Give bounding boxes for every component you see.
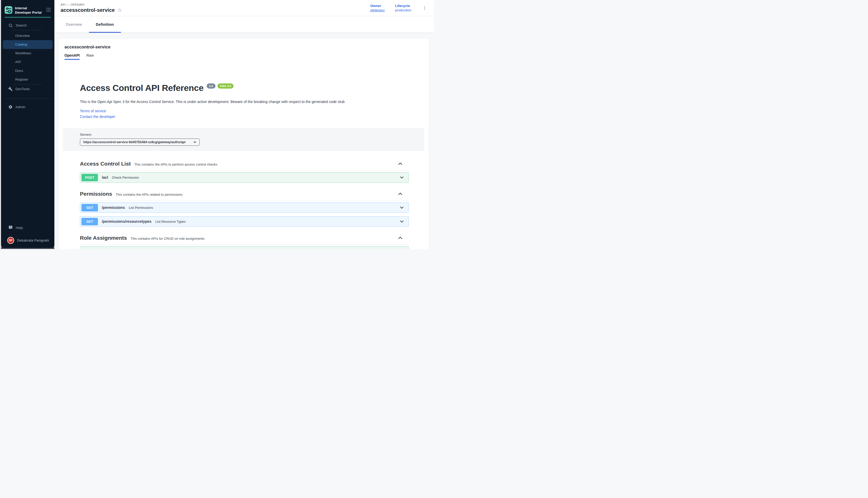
tab-label: Definition — [96, 22, 114, 27]
sidebar-item-api[interactable]: API — [1, 58, 54, 66]
contact-developer-link[interactable]: Contact the developer — [80, 114, 409, 119]
sidebar-footer: ? Help DP Debabrata Panigrahi — [1, 223, 54, 248]
section-title: Permissions — [80, 190, 112, 197]
sidebar-item-catalog[interactable]: Catalog — [3, 40, 53, 49]
section-title: Access Control List — [80, 160, 131, 167]
owner-stat: Owner plplayacc — [370, 4, 385, 12]
gear-icon — [8, 105, 13, 109]
operation-path: /acl — [102, 175, 108, 180]
sidebar: Internal Developer Portal Search Overvie… — [1, 0, 54, 248]
api-description: This is the Open Api Spec 3 for the Acce… — [80, 100, 409, 104]
chevron-up-icon[interactable] — [397, 235, 403, 241]
header-tabs: Overview Definition — [54, 16, 434, 33]
chevron-down-icon — [193, 141, 196, 144]
divider — [12, 30, 42, 30]
operations-list: GET /permissions List Permissions GET /p… — [80, 202, 409, 227]
server-url: https://accesscontrol-service-6d45755484… — [83, 140, 186, 144]
sidebar-item-admin[interactable]: Admin — [1, 103, 54, 112]
oas-badge: OAS 3.0 — [218, 83, 233, 89]
section-header[interactable]: Role Assignments This contains APIs for … — [80, 234, 409, 241]
search-icon — [8, 23, 13, 28]
wrench-icon — [8, 87, 13, 91]
operation-summary: Check Permission — [112, 175, 139, 180]
lifecycle-label: Lifecycle — [395, 4, 411, 8]
user-name: Debabrata Panigrahi — [17, 238, 49, 242]
sidebar-item-label: Register — [15, 78, 28, 81]
sidebar-item-label: Help — [16, 226, 23, 230]
operation-row-partial[interactable] — [80, 246, 409, 249]
favorite-star-icon[interactable] — [117, 8, 122, 13]
section-header[interactable]: Access Control List This contains the AP… — [80, 160, 409, 167]
sidebar-item-help[interactable]: ? Help — [1, 223, 54, 232]
swagger-ui: Access Control API Reference 1.0 OAS 3.0… — [64, 82, 423, 249]
lifecycle-stat: Lifecycle production — [395, 4, 411, 12]
help-chat-icon: ? — [8, 225, 13, 230]
content-area: accesscontrol-service OpenAPI Raw Access… — [54, 33, 434, 249]
sidebar-item-label: DevTools — [15, 87, 30, 91]
sidebar-item-label: Catalog — [15, 42, 27, 47]
api-sections: Access Control List This contains the AP… — [80, 160, 409, 249]
sidebar-item-overview[interactable]: Overview — [1, 31, 54, 40]
chevron-up-icon[interactable] — [397, 191, 403, 197]
user-menu[interactable]: DP Debabrata Panigrahi — [1, 235, 54, 245]
operations-list — [80, 246, 409, 249]
operation-summary: List Permissions — [129, 206, 153, 210]
section-divider — [80, 244, 409, 245]
sidebar-item-label: API — [15, 60, 21, 64]
section-title: Role Assignments — [80, 234, 127, 241]
operations-list: POST /acl Check Permission — [80, 172, 409, 183]
sidebar-item-devtools[interactable]: DevTools — [1, 85, 54, 93]
api-section-permissions: Permissions This contains the APIs relat… — [80, 190, 409, 227]
card-tabs: OpenAPI Raw — [64, 53, 423, 60]
method-badge: POST — [81, 174, 98, 181]
chevron-down-icon[interactable] — [399, 175, 404, 180]
section-description: This contains the APIs related to permis… — [116, 193, 182, 196]
svg-text:?: ? — [10, 226, 11, 228]
method-badge: GET — [81, 218, 98, 225]
sidebar-item-label: Workflows — [15, 51, 31, 55]
kebab-menu-icon[interactable] — [422, 5, 427, 11]
server-select[interactable]: https://accesscontrol-service-6d45755484… — [80, 139, 200, 146]
sidebar-item-register[interactable]: Register — [1, 75, 54, 84]
sidebar-item-docs[interactable]: Docs — [1, 66, 54, 75]
operation-row--permissions[interactable]: GET /permissions List Permissions — [80, 202, 409, 213]
sidebar-item-workflows[interactable]: Workflows — [1, 49, 54, 58]
sidebar-item-label: Docs — [15, 69, 23, 73]
lifecycle-value: production — [395, 8, 411, 12]
owner-link[interactable]: plplayacc — [370, 8, 385, 12]
card-tab-label: OpenAPI — [64, 53, 80, 57]
chevron-up-icon[interactable] — [397, 161, 403, 167]
tab-label: Overview — [66, 22, 82, 27]
portal-logo-icon[interactable] — [5, 6, 12, 14]
section-description: This contains APIs for CRUD on role assi… — [130, 237, 204, 240]
version-badge: 1.0 — [207, 83, 215, 89]
sidebar-search[interactable]: Search — [1, 21, 54, 30]
operation-summary: List Resource Types — [155, 220, 186, 223]
breadcrumb: API — OPENAPI — [61, 3, 122, 6]
card-tab-openapi[interactable]: OpenAPI — [64, 53, 80, 60]
operation-row--permissions-resourcetypes[interactable]: GET /permissions/resourcetypes List Reso… — [80, 216, 409, 227]
api-section-role-assignments: Role Assignments This contains APIs for … — [80, 234, 409, 249]
terms-of-service-link[interactable]: Terms of service — [80, 108, 409, 114]
main-area: API — OPENAPI accesscontrol-service Owne… — [54, 0, 434, 249]
sidebar-accent-rule — [5, 17, 51, 17]
operation-path: /permissions/resourcetypes — [102, 219, 152, 223]
portal-title: Internal Developer Portal — [15, 6, 43, 15]
owner-label: Owner — [370, 4, 385, 8]
sidebar-item-label: Admin — [15, 105, 25, 109]
apps-grid-icon[interactable] — [46, 8, 51, 12]
operation-row--acl[interactable]: POST /acl Check Permission — [80, 172, 409, 183]
sidebar-header: Internal Developer Portal — [1, 0, 54, 17]
chevron-down-icon[interactable] — [399, 205, 404, 210]
tab-definition[interactable]: Definition — [89, 16, 121, 32]
page-title: accesscontrol-service — [61, 7, 115, 13]
sidebar-search-label: Search — [16, 24, 27, 27]
card-title: accesscontrol-service — [64, 44, 423, 50]
chevron-down-icon[interactable] — [399, 219, 404, 224]
method-badge: GET — [81, 204, 98, 211]
card-tab-raw[interactable]: Raw — [86, 53, 94, 60]
tab-overview[interactable]: Overview — [59, 16, 89, 32]
api-section-access-control-list: Access Control List This contains the AP… — [80, 160, 409, 183]
section-header[interactable]: Permissions This contains the APIs relat… — [80, 190, 409, 197]
divider — [12, 84, 42, 84]
